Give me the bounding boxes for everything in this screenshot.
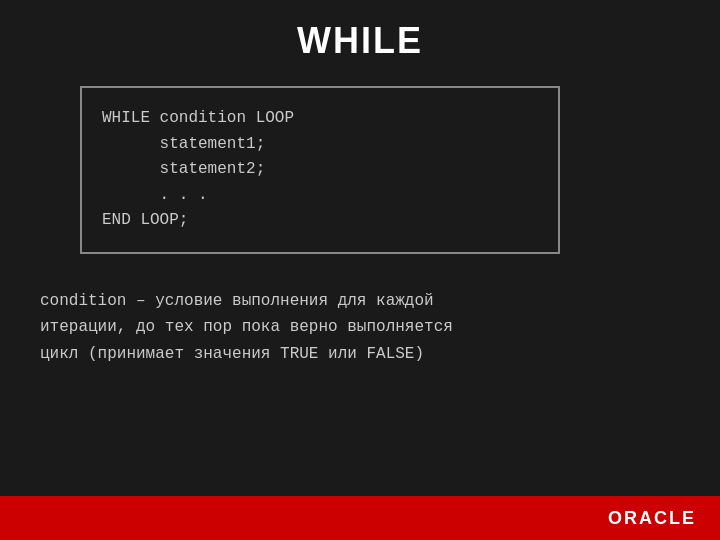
description-text: condition – условие выполнения для каждо… [40,288,680,367]
code-content: WHILE condition LOOP statement1; stateme… [102,106,538,234]
code-box: WHILE condition LOOP statement1; stateme… [80,86,560,254]
main-content: WHILE WHILE condition LOOP statement1; s… [0,0,720,496]
page-container: WHILE WHILE condition LOOP statement1; s… [0,0,720,540]
page-title: WHILE [40,20,680,62]
footer-bar: ORACLE [0,496,720,540]
description-pre: condition – условие выполнения для каждо… [40,288,680,367]
oracle-logo: ORACLE [608,508,696,529]
